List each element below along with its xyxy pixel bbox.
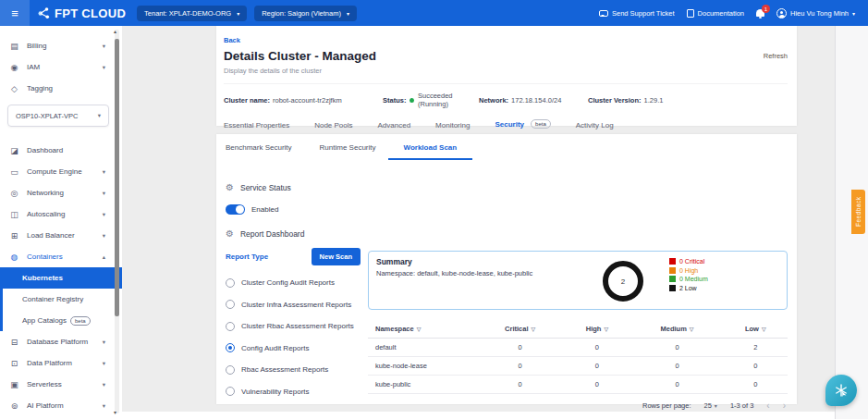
vpc-selector-value: OSP10-XPLAT-VPC — [16, 112, 78, 120]
col-high[interactable]: High▽ — [563, 320, 630, 339]
sidebar-item-compute-engine[interactable]: ▭ Compute Engine ▾ — [0, 161, 122, 182]
feedback-tab[interactable]: Feedback — [851, 190, 865, 234]
radio-cluster-rbac-assessment-reports[interactable]: Cluster Rbac Assessment Reports — [226, 322, 361, 331]
subtab-workload-scan[interactable]: Workload Scan — [404, 143, 458, 160]
table-row[interactable]: kube-node-lease 0 0 0 0 — [368, 357, 788, 376]
col-critical[interactable]: Critical▽ — [477, 320, 563, 339]
sidebar-item-label: Autoscaling — [27, 210, 65, 218]
sidebar-item-networking[interactable]: ◎ Networking ▾ — [0, 182, 122, 203]
document-icon — [687, 9, 694, 18]
severity-legend: 0 Critical 0 High 0 Medium 2 Low — [669, 258, 708, 293]
chevron-down-icon: ▾ — [103, 339, 105, 346]
rows-per-page-select[interactable]: 25 ▾ — [704, 401, 717, 410]
sidebar-item-container-registry[interactable]: Container Registry — [3, 289, 122, 310]
cluster-status-field: Status: Succeeded (Running) — [383, 92, 479, 108]
col-namespace[interactable]: Namespace▽ — [368, 320, 477, 339]
report-results-panel: Summary Namespace: default, kube-node-le… — [368, 251, 788, 411]
tenant-selector[interactable]: Tenant: XPLAT-DEMO-ORG ▾ — [137, 6, 247, 21]
sidebar-item-label: Kubernetes — [22, 274, 63, 282]
severity-donut-chart: 2 — [603, 261, 643, 302]
table-row[interactable]: default 0 0 0 2 — [368, 339, 788, 357]
region-selector[interactable]: Region: Saigon (Vietnam) ▾ — [254, 6, 357, 21]
chat-assistant-button[interactable] — [825, 375, 857, 406]
version-label: Cluster Version: — [588, 96, 642, 105]
chevron-down-icon: ▾ — [103, 190, 105, 197]
sidebar-item-autoscaling[interactable]: ◫ Autoscaling ▾ — [0, 203, 122, 225]
chevron-down-icon: ▾ — [103, 360, 105, 367]
filter-icon[interactable]: ▽ — [604, 327, 608, 332]
refresh-button[interactable]: Refresh — [764, 52, 788, 60]
sidebar-item-billing[interactable]: ▤ Billing ▾ — [0, 35, 122, 56]
page-range: 1-3 of 3 — [730, 401, 753, 410]
sidebar-item-app-catalogs[interactable]: App Catalogs beta — [3, 310, 122, 331]
service-status-toggle[interactable] — [226, 204, 245, 215]
scroll-down-icon[interactable]: ▾ — [114, 409, 116, 415]
sidebar-item-database-platform[interactable]: ⊟ Database Platform ▾ — [0, 331, 122, 352]
filter-icon[interactable]: ▽ — [532, 327, 536, 332]
containers-submenu: Kubernetes Container Registry App Catalo… — [0, 267, 122, 331]
next-page-button[interactable]: › — [783, 401, 786, 411]
filter-icon[interactable]: ▽ — [417, 327, 422, 332]
gear-icon: ⚙ — [226, 182, 234, 192]
tagging-icon: ◇ — [9, 84, 19, 93]
user-avatar-icon — [776, 8, 787, 18]
cluster-name-label: Cluster name: — [224, 96, 270, 105]
page-subtitle: Display the details of the cluster — [224, 67, 788, 75]
vpc-selector[interactable]: OSP10-XPLAT-VPC ▾ — [7, 105, 109, 127]
radio-cluster-infra-assessment-reports[interactable]: Cluster Infra Assessment Reports — [226, 300, 361, 309]
toggle-state-label: Enabled — [251, 205, 278, 214]
radio-cluster-config-audit-reports[interactable]: Cluster Config Audit Reports — [226, 278, 361, 288]
new-scan-button[interactable]: New Scan — [312, 248, 361, 265]
network-label: Network: — [479, 96, 508, 105]
radio-config-audit-reports[interactable]: Config Audit Reports — [226, 343, 361, 352]
gear-icon: ⚙ — [226, 228, 234, 239]
sidebar-item-tagging[interactable]: ◇ Tagging — [0, 78, 122, 99]
legend-item-high: 0 High — [669, 267, 708, 274]
serverless-icon: ▣ — [9, 380, 19, 389]
radio-rbac-assessment-reports[interactable]: Rbac Assessment Reports — [226, 365, 361, 375]
sidebar-item-dashboard[interactable]: ◪ Dashboard — [0, 140, 122, 161]
col-low[interactable]: Low▽ — [723, 320, 788, 339]
report-dashboard-header: ⚙ Report Dashboard — [224, 228, 788, 239]
notifications-button[interactable]: 1 — [756, 9, 764, 17]
networking-icon: ◎ — [9, 189, 19, 198]
table-row[interactable]: kube-public 0 0 0 0 — [368, 376, 788, 394]
network-value: 172.18.154.0/24 — [511, 96, 561, 105]
summary-namespaces: Namespace: default, kube-node-lease, kub… — [376, 269, 779, 277]
assistant-snowflake-icon — [834, 383, 849, 398]
documentation-button[interactable]: Documentation — [687, 9, 744, 18]
sidebar-item-label: Database Platform — [27, 338, 88, 346]
hamburger-menu-icon[interactable]: ≡ — [0, 0, 30, 26]
subtab-benchmark-security[interactable]: Benchmark Security — [226, 143, 292, 160]
sidebar-item-containers[interactable]: ◍ Containers ▴ — [0, 246, 122, 267]
data-platform-icon: ⊡ — [9, 359, 19, 368]
previous-page-button[interactable]: ‹ — [766, 401, 769, 411]
legend-swatch — [669, 258, 676, 265]
col-medium[interactable]: Medium▽ — [631, 320, 724, 339]
radio-vulnerability-reports[interactable]: Vulnerability Reports — [226, 387, 361, 396]
logo-molecule-icon — [37, 6, 51, 20]
sidebar-item-serverless[interactable]: ▣ Serverless ▾ — [0, 374, 122, 395]
sidebar-item-kubernetes[interactable]: Kubernetes — [3, 267, 122, 289]
chevron-down-icon: ▾ — [103, 64, 105, 71]
scroll-up-icon[interactable]: ▴ — [114, 28, 116, 34]
donut-total: 2 — [621, 277, 625, 286]
containers-icon: ◍ — [9, 253, 19, 262]
filter-icon[interactable]: ▽ — [762, 327, 766, 332]
user-menu[interactable]: Hieu Vu Tong Minh ▾ — [776, 8, 855, 18]
sidebar-item-iam[interactable]: ◉ IAM ▾ — [0, 56, 122, 78]
status-label: Status: — [383, 96, 406, 105]
sidebar-scrollbar[interactable]: ▴ ▾ — [115, 30, 119, 413]
legend-item-critical: 0 Critical — [669, 258, 708, 265]
scrollbar-thumb[interactable] — [115, 39, 119, 316]
sidebar-item-load-balancer[interactable]: ⊞ Load Balancer ▾ — [0, 225, 122, 246]
sidebar-item-ai-platform[interactable]: ⊚ AI Platform ▾ — [0, 395, 122, 416]
subtab-runtime-security[interactable]: Runtime Security — [320, 143, 376, 160]
report-type-label: Report Type — [226, 253, 268, 261]
back-link[interactable]: Back — [224, 36, 240, 44]
filter-icon[interactable]: ▽ — [690, 327, 694, 332]
send-support-ticket-button[interactable]: Send Support Ticket — [599, 9, 675, 18]
summary-box: Summary Namespace: default, kube-node-le… — [368, 251, 788, 310]
sidebar-item-data-platform[interactable]: ⊡ Data Platform ▾ — [0, 352, 122, 374]
summary-title: Summary — [376, 257, 779, 266]
